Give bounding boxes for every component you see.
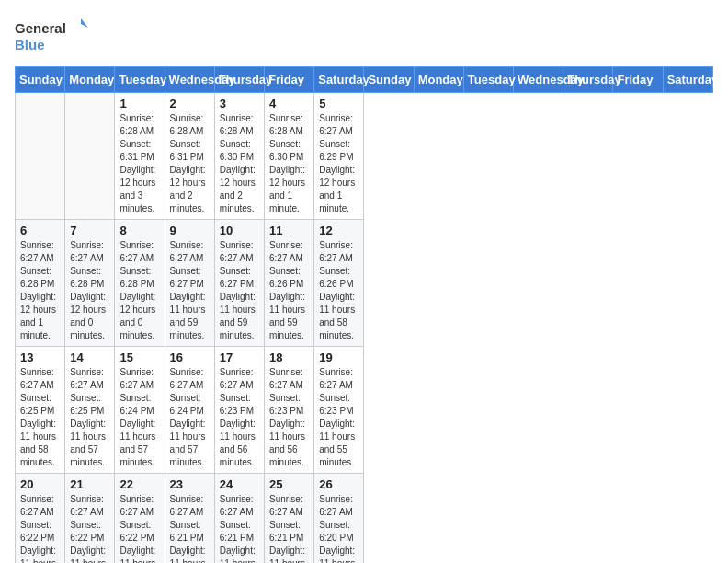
svg-marker-2 <box>81 18 88 28</box>
column-header-thursday: Thursday <box>214 67 264 93</box>
day-number: 20 <box>20 477 60 491</box>
calendar-week-2: 6Sunrise: 6:27 AM Sunset: 6:28 PM Daylig… <box>16 220 713 347</box>
page-header: General Blue <box>15 15 713 55</box>
column-header-friday: Friday <box>613 67 663 93</box>
day-number: 16 <box>170 350 210 364</box>
column-header-monday: Monday <box>414 67 463 93</box>
cell-info: Sunrise: 6:27 AM Sunset: 6:25 PM Dayligh… <box>70 366 109 469</box>
calendar-cell <box>16 93 65 220</box>
calendar-cell: 12Sunrise: 6:27 AM Sunset: 6:26 PM Dayli… <box>314 220 364 347</box>
cell-info: Sunrise: 6:27 AM Sunset: 6:22 PM Dayligh… <box>20 493 60 563</box>
day-number: 3 <box>220 97 259 110</box>
day-number: 4 <box>269 97 309 110</box>
calendar-cell: 2Sunrise: 6:28 AM Sunset: 6:31 PM Daylig… <box>165 93 214 220</box>
calendar-cell: 24Sunrise: 6:27 AM Sunset: 6:21 PM Dayli… <box>214 474 264 564</box>
cell-info: Sunrise: 6:27 AM Sunset: 6:25 PM Dayligh… <box>20 366 60 469</box>
cell-info: Sunrise: 6:28 AM Sunset: 6:31 PM Dayligh… <box>119 112 159 215</box>
cell-info: Sunrise: 6:27 AM Sunset: 6:23 PM Dayligh… <box>269 366 309 469</box>
calendar-cell: 3Sunrise: 6:28 AM Sunset: 6:30 PM Daylig… <box>214 93 264 220</box>
calendar-cell: 1Sunrise: 6:28 AM Sunset: 6:31 PM Daylig… <box>115 93 165 220</box>
svg-text:Blue: Blue <box>15 37 45 52</box>
calendar-cell: 11Sunrise: 6:27 AM Sunset: 6:26 PM Dayli… <box>265 220 314 347</box>
column-header-saturday: Saturday <box>663 67 712 93</box>
calendar-cell: 15Sunrise: 6:27 AM Sunset: 6:24 PM Dayli… <box>115 347 165 474</box>
cell-info: Sunrise: 6:27 AM Sunset: 6:26 PM Dayligh… <box>269 239 309 342</box>
column-header-thursday: Thursday <box>563 67 613 93</box>
day-number: 15 <box>119 350 159 364</box>
day-number: 18 <box>269 350 309 364</box>
calendar-table: SundayMondayTuesdayWednesdayThursdayFrid… <box>15 66 713 563</box>
calendar-cell: 17Sunrise: 6:27 AM Sunset: 6:23 PM Dayli… <box>214 347 264 474</box>
day-number: 9 <box>170 224 210 237</box>
day-number: 22 <box>119 477 159 491</box>
column-header-saturday: Saturday <box>314 67 364 93</box>
day-number: 5 <box>319 97 358 110</box>
calendar-cell: 18Sunrise: 6:27 AM Sunset: 6:23 PM Dayli… <box>265 347 314 474</box>
column-header-friday: Friday <box>265 67 314 93</box>
day-number: 8 <box>119 224 159 237</box>
cell-info: Sunrise: 6:27 AM Sunset: 6:26 PM Dayligh… <box>319 239 358 342</box>
logo: General Blue <box>15 15 88 55</box>
cell-info: Sunrise: 6:27 AM Sunset: 6:23 PM Dayligh… <box>220 366 259 469</box>
calendar-cell: 13Sunrise: 6:27 AM Sunset: 6:25 PM Dayli… <box>16 347 65 474</box>
calendar-cell: 6Sunrise: 6:27 AM Sunset: 6:28 PM Daylig… <box>16 220 65 347</box>
cell-info: Sunrise: 6:28 AM Sunset: 6:30 PM Dayligh… <box>220 112 259 215</box>
day-number: 17 <box>220 350 259 364</box>
column-header-sunday: Sunday <box>364 67 414 93</box>
cell-info: Sunrise: 6:27 AM Sunset: 6:29 PM Dayligh… <box>319 112 358 215</box>
calendar-cell: 5Sunrise: 6:27 AM Sunset: 6:29 PM Daylig… <box>314 93 364 220</box>
calendar-cell: 19Sunrise: 6:27 AM Sunset: 6:23 PM Dayli… <box>314 347 364 474</box>
calendar-cell: 7Sunrise: 6:27 AM Sunset: 6:28 PM Daylig… <box>65 220 115 347</box>
calendar-header-row: SundayMondayTuesdayWednesdayThursdayFrid… <box>16 67 713 93</box>
calendar-cell: 9Sunrise: 6:27 AM Sunset: 6:27 PM Daylig… <box>165 220 214 347</box>
column-header-tuesday: Tuesday <box>463 67 513 93</box>
calendar-week-3: 13Sunrise: 6:27 AM Sunset: 6:25 PM Dayli… <box>16 347 713 474</box>
calendar-cell: 14Sunrise: 6:27 AM Sunset: 6:25 PM Dayli… <box>65 347 115 474</box>
column-header-wednesday: Wednesday <box>165 67 214 93</box>
cell-info: Sunrise: 6:27 AM Sunset: 6:21 PM Dayligh… <box>220 493 259 563</box>
cell-info: Sunrise: 6:27 AM Sunset: 6:27 PM Dayligh… <box>220 239 259 342</box>
calendar-cell: 20Sunrise: 6:27 AM Sunset: 6:22 PM Dayli… <box>16 474 65 564</box>
calendar-week-1: 1Sunrise: 6:28 AM Sunset: 6:31 PM Daylig… <box>16 93 713 220</box>
cell-info: Sunrise: 6:27 AM Sunset: 6:20 PM Dayligh… <box>319 493 358 563</box>
calendar-cell: 26Sunrise: 6:27 AM Sunset: 6:20 PM Dayli… <box>314 474 364 564</box>
cell-info: Sunrise: 6:27 AM Sunset: 6:28 PM Dayligh… <box>70 239 109 342</box>
day-number: 25 <box>269 477 309 491</box>
day-number: 1 <box>119 97 159 110</box>
column-header-tuesday: Tuesday <box>115 67 165 93</box>
calendar-cell: 4Sunrise: 6:28 AM Sunset: 6:30 PM Daylig… <box>265 93 314 220</box>
calendar-cell: 22Sunrise: 6:27 AM Sunset: 6:22 PM Dayli… <box>115 474 165 564</box>
cell-info: Sunrise: 6:27 AM Sunset: 6:22 PM Dayligh… <box>70 493 109 563</box>
column-header-monday: Monday <box>65 67 115 93</box>
day-number: 14 <box>70 350 109 364</box>
day-number: 11 <box>269 224 309 237</box>
day-number: 13 <box>20 350 60 364</box>
day-number: 7 <box>70 224 109 237</box>
day-number: 23 <box>170 477 210 491</box>
day-number: 24 <box>220 477 259 491</box>
day-number: 26 <box>319 477 358 491</box>
cell-info: Sunrise: 6:28 AM Sunset: 6:30 PM Dayligh… <box>269 112 309 215</box>
day-number: 10 <box>220 224 259 237</box>
svg-text:General: General <box>15 20 66 36</box>
cell-info: Sunrise: 6:27 AM Sunset: 6:28 PM Dayligh… <box>119 239 159 342</box>
calendar-week-4: 20Sunrise: 6:27 AM Sunset: 6:22 PM Dayli… <box>16 474 713 564</box>
cell-info: Sunrise: 6:28 AM Sunset: 6:31 PM Dayligh… <box>170 112 210 215</box>
day-number: 21 <box>70 477 109 491</box>
calendar-cell: 25Sunrise: 6:27 AM Sunset: 6:21 PM Dayli… <box>265 474 314 564</box>
day-number: 19 <box>319 350 358 364</box>
calendar-cell: 16Sunrise: 6:27 AM Sunset: 6:24 PM Dayli… <box>165 347 214 474</box>
logo-svg: General Blue <box>15 15 88 55</box>
calendar-cell: 21Sunrise: 6:27 AM Sunset: 6:22 PM Dayli… <box>65 474 115 564</box>
calendar-cell: 8Sunrise: 6:27 AM Sunset: 6:28 PM Daylig… <box>115 220 165 347</box>
day-number: 2 <box>170 97 210 110</box>
calendar-cell: 23Sunrise: 6:27 AM Sunset: 6:21 PM Dayli… <box>165 474 214 564</box>
cell-info: Sunrise: 6:27 AM Sunset: 6:21 PM Dayligh… <box>170 493 210 563</box>
cell-info: Sunrise: 6:27 AM Sunset: 6:24 PM Dayligh… <box>170 366 210 469</box>
calendar-cell: 10Sunrise: 6:27 AM Sunset: 6:27 PM Dayli… <box>214 220 264 347</box>
calendar-cell <box>65 93 115 220</box>
cell-info: Sunrise: 6:27 AM Sunset: 6:24 PM Dayligh… <box>119 366 159 469</box>
cell-info: Sunrise: 6:27 AM Sunset: 6:28 PM Dayligh… <box>20 239 60 342</box>
cell-info: Sunrise: 6:27 AM Sunset: 6:21 PM Dayligh… <box>269 493 309 563</box>
cell-info: Sunrise: 6:27 AM Sunset: 6:27 PM Dayligh… <box>170 239 210 342</box>
